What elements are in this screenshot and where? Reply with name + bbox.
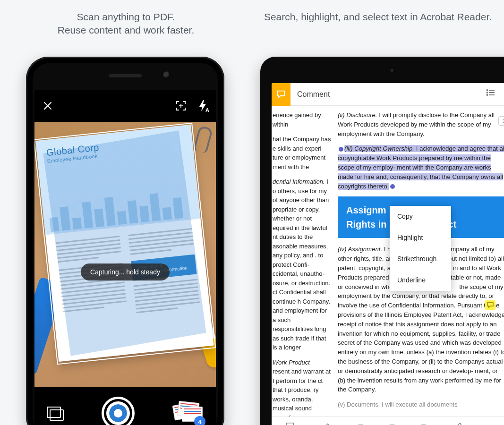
- reader-top-bar: Comment: [272, 83, 504, 106]
- context-menu-highlight[interactable]: Highlight: [390, 227, 451, 248]
- clause-heading: (ii) Disclosure.: [338, 111, 377, 119]
- doc-text-fragment: hat the Company has e skills and experi-…: [273, 135, 331, 171]
- scan-viewfinder[interactable]: Global Corp Employee Handbook: [34, 122, 216, 387]
- text-context-menu: Copy Highlight Strikethrough Underline: [390, 206, 451, 291]
- phone-front-camera: [163, 71, 171, 80]
- selection-start-handle[interactable]: [339, 147, 343, 152]
- tool-underline-icon[interactable]: T: [421, 422, 426, 425]
- reader-app-screen: Comment erience gained by within hat the…: [272, 83, 504, 425]
- reader-bottom-toolbar: T T T: [272, 416, 504, 425]
- doc-text-fragment: erience gained by within: [273, 110, 331, 129]
- shutter-button[interactable]: [102, 397, 135, 425]
- context-menu-copy[interactable]: Copy: [390, 206, 451, 227]
- scan-thumbnails[interactable]: 4: [173, 402, 204, 425]
- context-menu-strikethrough[interactable]: Strikethrough: [390, 248, 451, 270]
- banner-line1: Assignm: [346, 205, 386, 215]
- banner-line2: Rights in: [346, 219, 387, 230]
- clause-heading: (iii) Copyright Ownership.: [344, 145, 414, 152]
- scanned-document: Global Corp Employee Handbook: [35, 125, 214, 362]
- document-body[interactable]: erience gained by within hat the Company…: [272, 106, 504, 416]
- clause-body: resent and warrant at I perform for the …: [273, 368, 331, 416]
- doc-text-fragment: Work Product resent and warrant at I per…: [273, 358, 331, 417]
- clause-iii-selected[interactable]: (iii) Copyright Ownership. I acknowledge…: [338, 144, 504, 191]
- phone-device-frame: A Global Corp Employee Handbook: [26, 57, 224, 425]
- tool-signature-icon[interactable]: [489, 421, 500, 425]
- document-left-column: erience gained by within hat the Company…: [272, 106, 335, 416]
- scan-app-screen: A Global Corp Employee Handbook: [34, 90, 216, 425]
- tool-draw-icon[interactable]: [453, 421, 463, 425]
- list-view-icon[interactable]: [486, 88, 495, 100]
- toolbar-title: Comment: [297, 89, 479, 100]
- left-tagline-line2: Reuse content and work faster.: [0, 24, 252, 37]
- selection-end-handle[interactable]: [390, 184, 395, 189]
- svg-point-0: [487, 90, 488, 91]
- context-menu-underline[interactable]: Underline: [390, 270, 451, 291]
- comment-mode-icon[interactable]: [272, 83, 290, 106]
- document-right-column: 1 (ii) Disclosure. I will promptly discl…: [335, 106, 504, 416]
- clause-body: I o others, use for my of anyone other t…: [273, 178, 330, 351]
- tool-text-icon[interactable]: T: [358, 422, 363, 425]
- svg-point-2: [487, 94, 488, 95]
- flash-auto-icon[interactable]: A: [198, 100, 207, 112]
- sticky-note-icon[interactable]: [485, 300, 495, 310]
- gallery-icon[interactable]: [47, 407, 63, 420]
- clause-body: the scope of my employment by the Compan…: [338, 283, 504, 393]
- clause-heading: Work Product: [273, 359, 310, 366]
- scan-status-toast: Capturing... hold steady: [81, 264, 170, 280]
- doc-text-fragment: dential Information. I o others, use for…: [273, 177, 331, 352]
- phone-speaker: [109, 74, 142, 77]
- tool-highlight-icon[interactable]: [321, 421, 332, 425]
- tool-strikethrough-icon[interactable]: T: [389, 422, 394, 425]
- tool-comment-icon[interactable]: [285, 421, 295, 425]
- left-tagline-line1: Scan anything to PDF.: [0, 10, 252, 24]
- paperclip-prop: [193, 125, 213, 154]
- scan-top-bar: A: [34, 90, 216, 122]
- right-tagline: Search, highlight, and select text in Ac…: [252, 0, 504, 24]
- flash-mode-label: A: [205, 107, 209, 113]
- scan-count-badge: 4: [194, 416, 205, 425]
- scan-crop-icon[interactable]: [175, 100, 187, 111]
- tablet-front-camera: [390, 68, 395, 74]
- clause-heading: (iv) Assignment.: [338, 246, 382, 253]
- comment-count-badge[interactable]: 1: [498, 116, 504, 126]
- scan-bottom-bar: 4: [34, 387, 216, 425]
- clause-v: (v) Documents. I will execute all docume…: [338, 400, 504, 409]
- tablet-device-frame: Comment erience gained by within hat the…: [260, 57, 504, 425]
- close-icon[interactable]: [43, 101, 52, 110]
- left-tagline: Scan anything to PDF. Reuse content and …: [0, 0, 252, 37]
- clause-ii: (ii) Disclosure. I will promptly disclos…: [338, 110, 504, 138]
- clause-heading: dential Information.: [273, 178, 325, 185]
- svg-point-1: [487, 92, 488, 93]
